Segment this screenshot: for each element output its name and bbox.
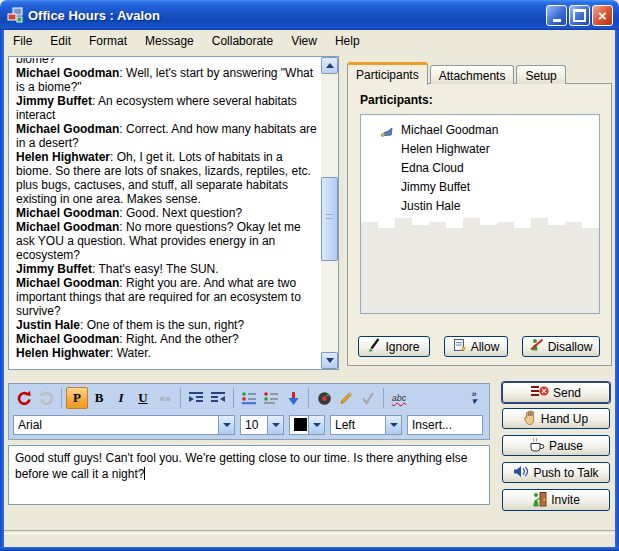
coffee-cup-icon bbox=[529, 437, 545, 455]
speaking-indicator-icon bbox=[380, 125, 393, 142]
arrow-down-icon bbox=[326, 358, 334, 363]
maximize-button[interactable] bbox=[569, 5, 590, 26]
participant-row[interactable]: Justin Hale bbox=[361, 198, 599, 217]
close-button[interactable]: × bbox=[592, 5, 613, 26]
app-icon bbox=[7, 7, 23, 23]
chevron-overflow-icon: »▾ bbox=[471, 391, 476, 405]
menu-item-help[interactable]: Help bbox=[326, 31, 369, 51]
font-family-select[interactable]: Arial bbox=[13, 415, 235, 435]
menu-bar: FileEditFormatMessageCollaborateViewHelp bbox=[4, 30, 615, 51]
pause-button[interactable]: Pause bbox=[502, 435, 610, 456]
render-artifact-edge bbox=[361, 217, 599, 231]
participant-row[interactable]: Michael Goodman bbox=[361, 122, 599, 141]
status-divider bbox=[4, 530, 615, 534]
indent-decrease-button[interactable] bbox=[207, 387, 229, 409]
alignment-select[interactable]: Left bbox=[330, 415, 402, 435]
disallow-icon bbox=[530, 338, 544, 355]
tab-attachments[interactable]: Attachments bbox=[430, 65, 515, 84]
minimize-button[interactable] bbox=[546, 5, 567, 26]
participant-name: Edna Cloud bbox=[401, 161, 464, 175]
chat-message: Michael Goodman: Good. Next question? bbox=[16, 206, 317, 220]
participants-list[interactable]: Michael GoodmanHelen HighwaterEdna Cloud… bbox=[360, 114, 600, 314]
plain-paragraph-button[interactable]: P bbox=[66, 387, 88, 409]
confirm-edit-button[interactable] bbox=[357, 387, 379, 409]
scrollbar-thumb[interactable] bbox=[321, 177, 338, 261]
title-bar[interactable]: Office Hours : Avalon × bbox=[0, 0, 619, 30]
window-border-bottom bbox=[0, 547, 619, 551]
menu-item-format[interactable]: Format bbox=[80, 31, 136, 51]
highlighter-button[interactable] bbox=[335, 387, 357, 409]
record-button[interactable] bbox=[313, 387, 335, 409]
window-border-right bbox=[615, 28, 619, 551]
menu-item-file[interactable]: File bbox=[4, 31, 41, 51]
participant-name: Jimmy Buffet bbox=[401, 180, 470, 194]
allow-icon bbox=[453, 338, 467, 355]
window-controls: × bbox=[546, 5, 613, 26]
message-input[interactable]: Good stuff guys! Can't fool you. We're g… bbox=[8, 445, 490, 505]
app-window: Office Hours : Avalon × FileEditFormatMe… bbox=[0, 0, 619, 551]
ignore-icon bbox=[368, 338, 381, 355]
italic-button[interactable]: I bbox=[110, 387, 132, 409]
chat-transcript[interactable]: biome?Michael Goodman: Well, let's start… bbox=[8, 56, 339, 370]
toolbar-separator bbox=[308, 388, 309, 408]
chat-message: Justin Hale: One of them is the sun, rig… bbox=[16, 318, 317, 332]
chat-message: Jimmy Buffet: An ecosystem where several… bbox=[16, 94, 317, 122]
chat-message: biome? bbox=[16, 58, 317, 66]
bullet-list-button[interactable] bbox=[238, 387, 260, 409]
chat-message: Michael Goodman: No more questions? Okay… bbox=[16, 220, 317, 262]
font-color-select[interactable] bbox=[289, 415, 325, 435]
menu-item-edit[interactable]: Edit bbox=[41, 31, 80, 51]
underline-button[interactable]: U bbox=[132, 387, 154, 409]
indent-increase-button[interactable] bbox=[185, 387, 207, 409]
menu-item-message[interactable]: Message bbox=[136, 31, 203, 51]
special-characters-button[interactable]: «» bbox=[154, 387, 176, 409]
bold-button[interactable]: B bbox=[88, 387, 110, 409]
participants-names: Michael GoodmanHelen HighwaterEdna Cloud… bbox=[361, 115, 599, 217]
push-to-talk-button[interactable]: Push to Talk bbox=[502, 462, 610, 483]
color-swatch bbox=[294, 418, 307, 431]
allow-button[interactable]: Allow bbox=[444, 336, 508, 357]
participants-label: Participants: bbox=[360, 93, 433, 107]
ignore-button[interactable]: Ignore bbox=[358, 336, 430, 357]
tab-participants[interactable]: Participants bbox=[347, 62, 428, 85]
disallow-button[interactable]: Disallow bbox=[522, 336, 600, 357]
spellcheck-button[interactable]: abc bbox=[388, 387, 410, 409]
chat-message: Michael Goodman: Right you are. And what… bbox=[16, 276, 317, 318]
numbered-list-button[interactable] bbox=[260, 387, 282, 409]
message-text: Good stuff guys! Can't fool you. We're g… bbox=[15, 451, 467, 481]
menu-item-collaborate[interactable]: Collaborate bbox=[203, 31, 282, 51]
chat-message: Jimmy Buffet: That's easy! The SUN. bbox=[16, 262, 317, 276]
format-toolbar: P B I U «» abc »▾ Arial bbox=[8, 383, 490, 440]
tab-setup[interactable]: Setup bbox=[516, 65, 565, 84]
chevron-down-icon[interactable] bbox=[385, 416, 401, 434]
toolbar-overflow-button[interactable]: »▾ bbox=[463, 387, 485, 409]
hand-up-button[interactable]: Hand Up bbox=[502, 408, 610, 429]
font-size-select[interactable]: 10 bbox=[240, 415, 284, 435]
undo-button[interactable] bbox=[13, 387, 35, 409]
invite-button[interactable]: Invite bbox=[502, 489, 610, 511]
send-button[interactable]: Send bbox=[502, 382, 610, 403]
participant-row[interactable]: Jimmy Buffet bbox=[361, 179, 599, 198]
redo-button[interactable] bbox=[35, 387, 57, 409]
chat-scrollbar[interactable] bbox=[321, 57, 338, 369]
render-artifact bbox=[361, 231, 599, 313]
move-down-button[interactable] bbox=[282, 387, 304, 409]
scroll-down-button[interactable] bbox=[321, 352, 338, 369]
toolbar-separator bbox=[383, 388, 384, 408]
participant-row[interactable]: Edna Cloud bbox=[361, 160, 599, 179]
toolbar-separator bbox=[61, 388, 62, 408]
participant-name: Helen Highwater bbox=[401, 142, 490, 156]
toolbar-font-row: Arial 10 Left Insert... bbox=[9, 412, 489, 437]
speaker-icon bbox=[513, 465, 529, 481]
insert-field[interactable]: Insert... bbox=[407, 415, 483, 435]
chevron-down-icon[interactable] bbox=[218, 416, 234, 434]
window-title: Office Hours : Avalon bbox=[28, 8, 160, 23]
chat-message: Helen Highwater: Oh, I get it. Lots of h… bbox=[16, 150, 317, 206]
toolbar-separator bbox=[233, 388, 234, 408]
chevron-down-icon[interactable] bbox=[308, 416, 324, 434]
menu-item-view[interactable]: View bbox=[282, 31, 326, 51]
participant-row[interactable]: Helen Highwater bbox=[361, 141, 599, 160]
window-border-left bbox=[0, 28, 4, 551]
scroll-up-button[interactable] bbox=[321, 57, 338, 74]
chevron-down-icon[interactable] bbox=[267, 416, 283, 434]
